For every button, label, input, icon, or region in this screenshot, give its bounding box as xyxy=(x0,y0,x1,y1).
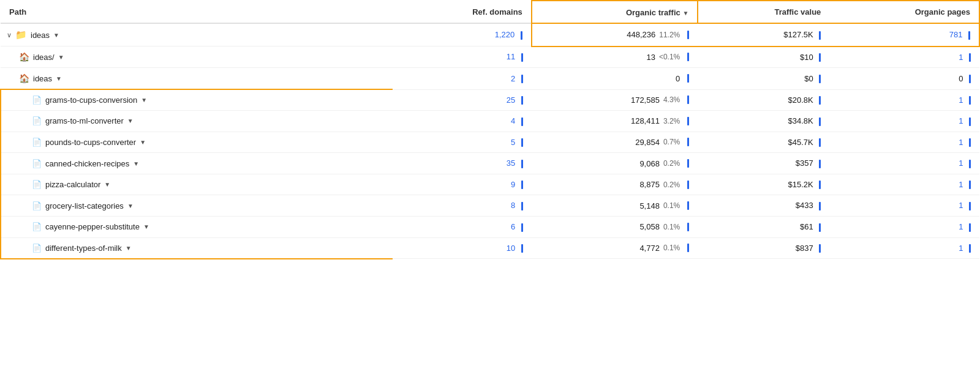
organic-pages-value: 1 xyxy=(959,201,963,210)
organic-traffic-value: 128,411 xyxy=(631,116,660,125)
organic-pages-bar-icon[interactable] xyxy=(969,181,971,189)
organic-traffic-bar-icon[interactable] xyxy=(687,74,689,83)
dropdown-arrow-icon[interactable]: ▼ xyxy=(127,203,134,209)
traffic-value-bar-icon[interactable] xyxy=(819,53,821,62)
organic-traffic-cell: 5,0580.1% xyxy=(532,216,698,237)
traffic-pct: 0.2% xyxy=(663,181,680,189)
ref-domains-bar-icon[interactable] xyxy=(521,223,523,232)
ref-domains-value: 35 xyxy=(507,158,515,168)
traffic-value-bar-icon[interactable] xyxy=(819,31,821,40)
organic-traffic-bar-icon[interactable] xyxy=(687,117,689,125)
expand-chevron-icon[interactable]: ∨ xyxy=(7,31,12,39)
ref-domains-bar-icon[interactable] xyxy=(521,138,523,147)
organic-pages-value: 1 xyxy=(959,116,963,125)
traffic-pct: 0.1% xyxy=(663,223,680,231)
traffic-value-bar-icon[interactable] xyxy=(819,244,821,253)
traffic-value-bar-icon[interactable] xyxy=(819,138,821,147)
organic-traffic-bar-icon[interactable] xyxy=(687,244,689,252)
dropdown-arrow-icon[interactable]: ▼ xyxy=(133,160,139,167)
table-row: 📄pizza-calculator ▼9 8,8750.2%$15.2K 1 xyxy=(1,174,979,195)
organic-pages-bar-icon[interactable] xyxy=(968,31,970,40)
ref-domains-bar-icon[interactable] xyxy=(521,181,523,189)
traffic-value-bar-icon[interactable] xyxy=(819,96,821,105)
organic-pages-bar-icon[interactable] xyxy=(969,223,971,232)
ref-domains-cell: 6 xyxy=(393,216,532,237)
traffic-value-bar-icon[interactable] xyxy=(819,223,821,232)
dropdown-arrow-icon[interactable]: ▼ xyxy=(58,54,64,61)
organic-pages-bar-icon[interactable] xyxy=(969,96,971,105)
organic-traffic-value: 4,772 xyxy=(639,244,660,253)
organic-traffic-content: 448,23611.2% xyxy=(541,30,689,39)
dropdown-arrow-icon[interactable]: ▼ xyxy=(126,245,132,251)
table-row: 🏠ideas/ ▼11 13<0.1%$10 1 xyxy=(1,47,979,68)
ref-domains-cell: 8 xyxy=(393,195,532,217)
dropdown-arrow-icon[interactable]: ▼ xyxy=(56,75,62,82)
ref-domains-bar-icon[interactable] xyxy=(521,53,523,62)
traffic-value-bar-icon[interactable] xyxy=(819,75,821,83)
organic-pages-bar-icon[interactable] xyxy=(969,53,971,62)
organic-traffic-bar-icon[interactable] xyxy=(687,31,689,39)
traffic-pct: 3.2% xyxy=(663,117,680,125)
path-cell: 🏠ideas/ ▼ xyxy=(1,47,393,68)
traffic-value-bar-icon[interactable] xyxy=(819,160,821,168)
path-cell: 📄pounds-to-cups-converter ▼ xyxy=(1,132,393,153)
ref-domains-bar-icon[interactable] xyxy=(521,160,523,168)
ref-domains-bar-icon[interactable] xyxy=(521,31,522,40)
organic-traffic-bar-icon[interactable] xyxy=(687,53,689,61)
col-header-ref-domains: Ref. domains xyxy=(393,1,532,23)
page-icon: 📄 xyxy=(32,180,42,189)
dropdown-arrow-icon[interactable]: ▼ xyxy=(143,223,149,230)
dropdown-arrow-icon[interactable]: ▼ xyxy=(140,139,146,146)
organic-pages-value: 1 xyxy=(959,138,963,147)
dropdown-arrow-icon[interactable]: ▼ xyxy=(127,117,134,124)
path-content: 📄different-types-of-milk ▼ xyxy=(32,244,384,253)
organic-pages-bar-icon[interactable] xyxy=(969,75,971,83)
col-header-organic-traffic[interactable]: Organic traffic ▼ xyxy=(532,1,698,23)
traffic-value-value: $837 xyxy=(796,244,813,253)
traffic-value-bar-icon[interactable] xyxy=(819,202,821,210)
ref-domains-bar-icon[interactable] xyxy=(521,75,523,83)
organic-traffic-cell: 5,1480.1% xyxy=(532,195,698,217)
traffic-value-value: $34.8K xyxy=(788,116,813,125)
col-header-organic-pages: Organic pages xyxy=(829,1,979,23)
path-cell: 📄grams-to-ml-converter ▼ xyxy=(1,111,393,132)
ref-domains-bar-icon[interactable] xyxy=(521,117,523,126)
organic-traffic-cell: 4,7720.1% xyxy=(532,237,698,259)
organic-pages-bar-icon[interactable] xyxy=(969,138,971,147)
organic-traffic-bar-icon[interactable] xyxy=(687,201,689,210)
traffic-value-bar-icon[interactable] xyxy=(819,117,821,126)
organic-traffic-bar-icon[interactable] xyxy=(687,138,689,146)
dropdown-arrow-icon[interactable]: ▼ xyxy=(53,32,59,39)
organic-traffic-bar-icon[interactable] xyxy=(687,223,689,231)
ref-domains-bar-icon[interactable] xyxy=(521,244,523,253)
organic-traffic-bar-icon[interactable] xyxy=(687,181,689,189)
path-label: different-types-of-milk xyxy=(45,244,122,253)
traffic-pct: 11.2% xyxy=(659,31,680,39)
dropdown-arrow-icon[interactable]: ▼ xyxy=(141,97,147,103)
table-row: 🏠ideas ▼2 0$0 0 xyxy=(1,68,979,90)
organic-pages-bar-icon[interactable] xyxy=(969,117,971,126)
organic-pages-bar-icon[interactable] xyxy=(969,202,971,210)
organic-pages-bar-icon[interactable] xyxy=(969,244,971,253)
page-icon: 📄 xyxy=(32,222,42,231)
organic-pages-bar-icon[interactable] xyxy=(969,160,971,168)
ref-domains-value: 4 xyxy=(511,116,515,125)
ref-domains-bar-icon[interactable] xyxy=(521,96,523,105)
organic-pages-value: 1 xyxy=(959,95,963,105)
table-row: 📄grams-to-ml-converter ▼4 128,4113.2%$34… xyxy=(1,111,979,132)
path-content: 🏠ideas ▼ xyxy=(19,73,384,83)
organic-traffic-bar-icon[interactable] xyxy=(687,159,689,168)
traffic-value-value: $20.8K xyxy=(788,95,813,105)
ref-domains-bar-icon[interactable] xyxy=(521,202,523,210)
path-content: 📄grams-to-ml-converter ▼ xyxy=(32,116,384,125)
traffic-value-cell: $34.8K xyxy=(698,111,829,132)
traffic-value-value: $61 xyxy=(800,222,813,231)
path-cell: 📄cayenne-pepper-substitute ▼ xyxy=(1,216,393,237)
organic-traffic-content: 9,0680.2% xyxy=(540,159,689,168)
traffic-value-value: $45.7K xyxy=(788,138,813,147)
organic-traffic-bar-icon[interactable] xyxy=(687,95,689,104)
dropdown-arrow-icon[interactable]: ▼ xyxy=(104,181,110,188)
col-header-path: Path xyxy=(1,1,393,23)
traffic-value-bar-icon[interactable] xyxy=(819,181,821,189)
traffic-value-cell: $433 xyxy=(698,195,829,217)
